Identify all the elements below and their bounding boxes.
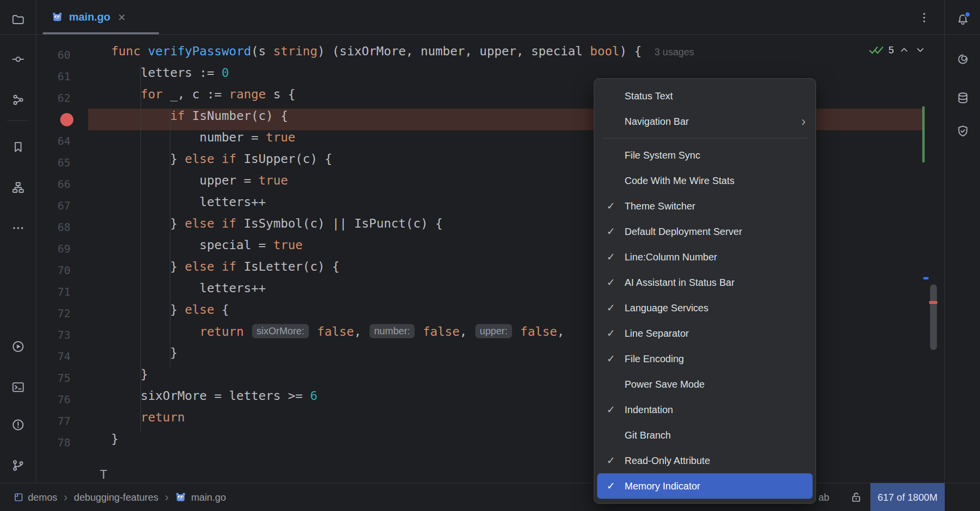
code-token: 6 [310, 389, 317, 403]
checkmark-icon: ✓ [597, 302, 625, 314]
change-marker[interactable] [922, 106, 925, 163]
code-token: } [111, 152, 185, 166]
menu-item-label: File System Sync [625, 150, 700, 161]
code-token: ) (sixOrMore, number, upper, special [317, 44, 590, 58]
bookmarks-button[interactable] [7, 137, 29, 157]
commit-button[interactable] [7, 49, 29, 69]
code-token: else [185, 259, 214, 274]
code-token: { [214, 302, 229, 317]
indent-guide [140, 66, 141, 432]
menu-item-default-deployment-server[interactable]: ✓Default Deployment Server [597, 219, 813, 244]
breadcrumb-label: main.go [191, 492, 226, 503]
code-token: letters++ [111, 195, 266, 209]
menu-item-label: Default Deployment Server [625, 226, 742, 237]
breadcrumb-item-demos[interactable]: demos [14, 492, 57, 503]
line-number-60[interactable]: 60 [36, 44, 88, 66]
line-number-68[interactable]: 68 [36, 216, 88, 238]
line-number-71[interactable]: 71 [36, 281, 88, 302]
menu-item-memory-indicator[interactable]: ✓Memory Indicator [597, 473, 813, 499]
chevron-down-icon[interactable] [914, 44, 926, 56]
close-icon[interactable]: × [118, 12, 125, 22]
code-token: if [170, 109, 185, 123]
analysis-mark-red[interactable] [929, 301, 937, 304]
menu-item-ai-assistant-in-status-bar[interactable]: ✓AI Assistant in Status Bar [597, 270, 813, 295]
menu-item-status-text[interactable]: Status Text [597, 83, 813, 109]
problems-button[interactable] [7, 415, 29, 435]
inlay-hint[interactable]: sixOrMore: [252, 324, 309, 338]
menu-item-line-column-number[interactable]: ✓Line:Column Number [597, 244, 813, 270]
menu-item-line-separator[interactable]: ✓Line Separator [597, 321, 813, 346]
project-button[interactable] [7, 10, 29, 29]
line-number-62[interactable]: 62 [36, 87, 88, 109]
menu-item-file-system-sync[interactable]: File System Sync [597, 142, 813, 168]
breadcrumb-item-debugging-features[interactable]: debugging-features [74, 492, 158, 503]
code-token: } [111, 259, 185, 274]
line-number-74[interactable]: 74 [36, 346, 88, 367]
breadcrumb-label: demos [28, 492, 57, 503]
menu-item-read-only-attribute[interactable]: ✓Read-Only Attribute [597, 448, 813, 473]
code-token: bool [590, 44, 619, 58]
code-token: else [185, 302, 214, 317]
line-number-72[interactable]: 72 [36, 302, 88, 324]
inlay-hint[interactable]: number: [370, 324, 414, 338]
line-number-65[interactable]: 65 [36, 152, 88, 173]
notifications-button[interactable] [952, 10, 974, 29]
more-tools-button[interactable] [7, 218, 29, 238]
bookmark-icon [11, 140, 25, 154]
line-number-73[interactable]: 73 [36, 324, 88, 346]
menu-item-navigation-bar[interactable]: Navigation Bar› [597, 109, 813, 134]
menu-item-label: Line:Column Number [625, 252, 717, 263]
line-number-67[interactable]: 67 [36, 195, 88, 216]
menu-item-language-services[interactable]: ✓Language Services [597, 295, 813, 321]
checkmark-icon: ✓ [597, 353, 625, 365]
code-line-60[interactable]: func verifyPassword(s string) (sixOrMore… [88, 44, 922, 66]
breakpoint-dot[interactable] [60, 113, 73, 126]
version-control-button[interactable] [7, 456, 29, 475]
menu-item-git-branch[interactable]: Git Branch [597, 422, 813, 448]
menu-item-theme-switcher[interactable]: ✓Theme Switcher [597, 193, 813, 219]
code-token: return [200, 325, 244, 339]
editor-stray-text: T [100, 467, 107, 482]
line-number-69[interactable]: 69 [36, 238, 88, 259]
analysis-mark-blue[interactable] [923, 277, 929, 279]
line-number-77[interactable]: 77 [36, 410, 88, 432]
scrollbar-thumb[interactable] [930, 284, 937, 350]
menu-item-label: Memory Indicator [625, 481, 700, 492]
run-button[interactable] [7, 337, 29, 356]
terminal-button[interactable] [7, 377, 29, 397]
line-number-61[interactable]: 61 [36, 66, 88, 87]
inlay-hint[interactable]: upper: [475, 324, 512, 338]
line-number-64[interactable]: 64 [36, 130, 88, 152]
memory-indicator[interactable]: 617 of 1800M [870, 483, 945, 511]
breadcrumb-item-main-go[interactable]: main.go [175, 491, 226, 503]
gutter[interactable]: 606162646566676869707172737475767778 [36, 35, 88, 483]
menu-item-indentation[interactable]: ✓Indentation [597, 397, 813, 422]
line-number-66[interactable]: 66 [36, 173, 88, 195]
breadcrumb-separator: › [64, 490, 68, 504]
lock-open-icon[interactable] [850, 491, 863, 504]
pull-requests-button[interactable] [7, 90, 29, 110]
ai-assistant-button[interactable] [952, 49, 974, 69]
menu-item-power-save-mode[interactable]: Power Save Mode [597, 372, 813, 397]
kebab-menu-icon[interactable] [915, 9, 933, 26]
structure-button[interactable] [7, 178, 29, 197]
tab-main-go[interactable]: main.go × [43, 0, 135, 34]
line-number-75[interactable]: 75 [36, 367, 88, 389]
code-token [214, 152, 222, 166]
line-number-78[interactable]: 78 [36, 432, 88, 453]
line-number-70[interactable]: 70 [36, 259, 88, 281]
menu-item-label: Navigation Bar [625, 116, 689, 127]
code-token [214, 259, 222, 274]
menu-item-label: Status Text [625, 91, 673, 102]
code-token: ) { [620, 44, 649, 58]
database-icon [956, 91, 970, 105]
chevron-up-icon[interactable] [898, 44, 910, 56]
menu-item-code-with-me-wire-stats[interactable]: Code With Me Wire Stats [597, 168, 813, 193]
folder-icon [11, 13, 25, 26]
menu-item-file-encoding[interactable]: ✓File Encoding [597, 346, 813, 372]
inspections-widget[interactable]: 5 [868, 43, 926, 57]
code-token: special = [111, 238, 273, 252]
security-button[interactable] [952, 121, 974, 141]
line-number-76[interactable]: 76 [36, 389, 88, 410]
database-button[interactable] [952, 88, 974, 108]
